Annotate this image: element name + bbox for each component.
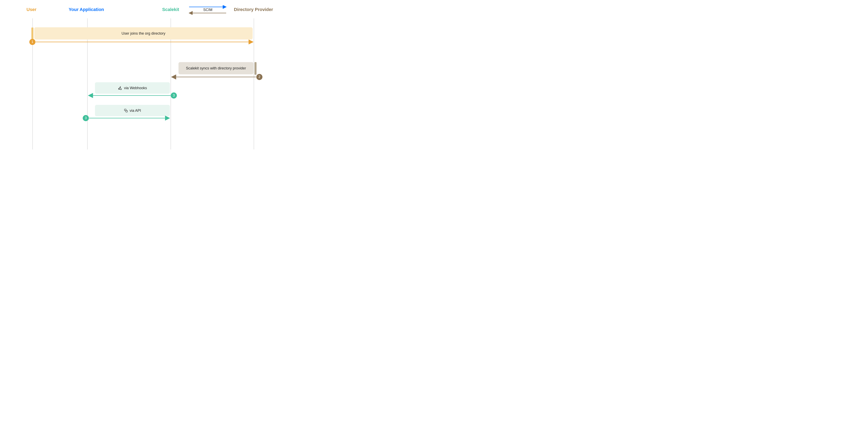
activation-directory-provider [254,62,256,75]
scim-sync-indicator: SCIM [187,5,228,15]
activation-user [31,28,33,40]
message-via-api-text: via API [130,108,141,113]
message-user-joins: User joins the org directory [34,27,253,39]
message-via-webhooks-text: via Webhooks [124,86,147,90]
svg-point-2 [118,88,119,89]
lane-label-user: User [27,7,36,12]
message-scalekit-syncs: Scalekit syncs with directory provider [179,62,253,74]
lane-label-directory-provider: Directory Provider [234,7,273,12]
message-via-api: via API [95,105,170,116]
step-number-3b: 3 [83,115,89,121]
message-scalekit-syncs-text: Scalekit syncs with directory provider [186,66,246,70]
step-number-1: 1 [29,39,35,45]
lane-label-scalekit: Scalekit [162,7,179,12]
message-via-webhooks: via Webhooks [95,82,170,94]
step-number-3a: 3 [171,92,177,99]
api-icon [124,108,128,113]
lifeline-dir [254,18,254,150]
lane-label-your-application: Your Application [69,7,104,12]
step-number-2: 2 [256,74,262,80]
webhook-icon [118,86,122,90]
sequence-diagram: User Your Application Scalekit Directory… [0,0,302,156]
message-user-joins-text: User joins the org directory [121,31,165,36]
scim-label: SCIM [187,8,228,12]
